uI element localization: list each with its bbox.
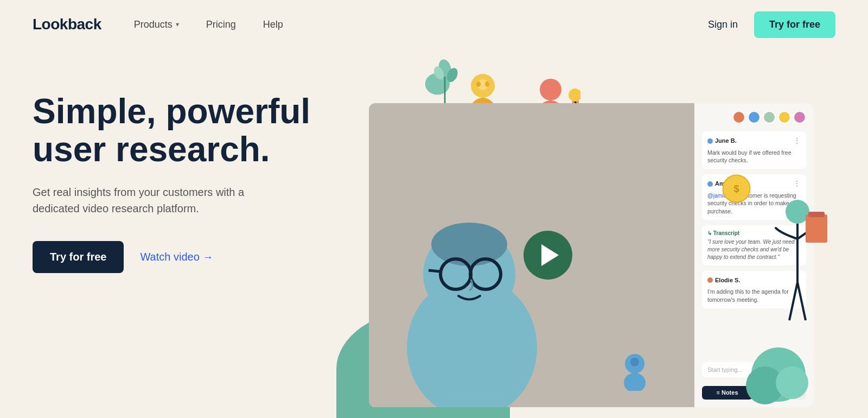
nav-right: Sign in Try for free: [708, 11, 835, 38]
hero-section: Simple, powerful user research. Get real…: [0, 49, 868, 418]
nav-try-free-button[interactable]: Try for free: [754, 11, 835, 38]
hero-left: Simple, powerful user research. Get real…: [33, 60, 347, 273]
coin-icon: $: [722, 174, 751, 204]
small-avatar-illustration: [618, 353, 651, 391]
logo[interactable]: Lookback: [33, 16, 101, 33]
svg-rect-27: [808, 212, 825, 217]
svg-rect-26: [806, 214, 827, 243]
avatar-3: [763, 111, 776, 124]
svg-point-13: [569, 88, 580, 102]
nav-pricing[interactable]: Pricing: [206, 19, 236, 30]
svg-text:$: $: [733, 183, 739, 194]
comment-1-header: June B. ⋮: [707, 136, 801, 147]
comment-1-name: June B.: [707, 137, 737, 145]
comment-2-icon: [707, 181, 713, 187]
play-button[interactable]: [524, 231, 572, 280]
avatar-4: [778, 111, 791, 124]
comment-1-icon: [707, 138, 713, 144]
avatar-row: [702, 111, 806, 124]
comment-1-more[interactable]: ⋮: [793, 136, 801, 147]
svg-point-16: [431, 223, 507, 266]
chevron-down-icon: ▾: [176, 21, 179, 28]
svg-line-20: [429, 270, 439, 271]
svg-point-11: [540, 79, 561, 100]
comment-1: June B. ⋮ Mark would buy if we offered f…: [702, 131, 806, 169]
hero-subtitle: Get real insights from your customers wi…: [33, 184, 293, 217]
avatar-5: [793, 111, 806, 124]
bottom-trees-illustration: [743, 347, 814, 418]
comment-2-more[interactable]: ⋮: [793, 179, 801, 189]
comment-1-text: Mark would buy if we offered free securi…: [707, 149, 801, 164]
nav-help[interactable]: Help: [263, 19, 283, 30]
comment-3-icon: [707, 277, 713, 283]
sign-in-link[interactable]: Sign in: [708, 19, 738, 30]
hero-right: June B. ⋮ Mark would buy if we offered f…: [347, 60, 835, 418]
nav-links: Products ▾ Pricing Help: [134, 19, 708, 30]
hero-cta: Try for free Watch video →: [33, 241, 347, 273]
svg-point-22: [630, 358, 639, 366]
navbar: Lookback Products ▾ Pricing Help Sign in…: [0, 0, 868, 49]
video-left: [369, 103, 694, 407]
video-person-illustration: [385, 179, 559, 407]
nav-products[interactable]: Products ▾: [134, 19, 179, 30]
comment-3-name: Elodie S.: [707, 276, 740, 284]
hero-title: Simple, powerful user research.: [33, 92, 347, 169]
svg-point-34: [776, 366, 808, 399]
svg-line-29: [797, 282, 806, 320]
typing-placeholder: Start typing...: [707, 366, 743, 373]
avatar-1: [732, 111, 745, 124]
svg-point-9: [485, 81, 489, 87]
svg-point-8: [476, 81, 481, 87]
avatar-2: [748, 111, 761, 124]
person-teal-right-illustration: [760, 195, 835, 358]
watch-video-link[interactable]: Watch video →: [140, 251, 213, 263]
svg-point-23: [624, 373, 646, 391]
svg-line-28: [789, 282, 797, 320]
hero-try-free-button[interactable]: Try for free: [33, 241, 124, 273]
